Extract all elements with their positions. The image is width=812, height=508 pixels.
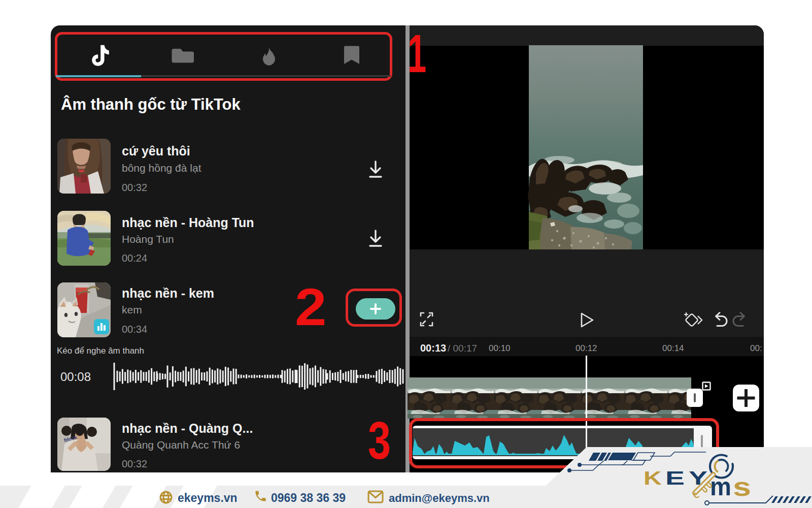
svg-text:E: E: [665, 468, 685, 489]
svg-text:s: s: [733, 472, 751, 501]
svg-text:K: K: [644, 468, 662, 489]
